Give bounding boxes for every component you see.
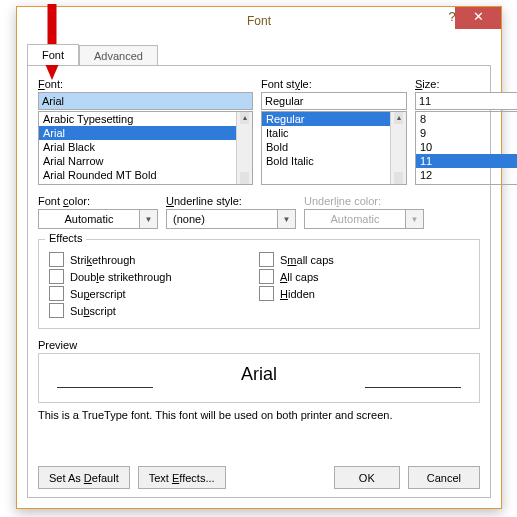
size-input[interactable] — [415, 92, 517, 110]
titlebar: Font ? ✕ — [17, 7, 501, 36]
effects-legend: Effects — [45, 232, 86, 244]
underline-color-label: Underline color: — [304, 195, 424, 207]
font-hint: This is a TrueType font. This font will … — [38, 409, 480, 421]
set-as-default-button[interactable]: Set As Default — [38, 466, 130, 489]
font-tab-panel: Font: Arabic Typesetting Arial Arial Bla… — [27, 66, 491, 498]
text-effects-button[interactable]: Text Effects... — [138, 466, 226, 489]
font-input[interactable] — [38, 92, 253, 110]
font-option[interactable]: Arial Narrow — [39, 154, 237, 168]
subscript-checkbox[interactable]: Subscript — [49, 303, 259, 318]
style-option[interactable]: Bold Italic — [262, 154, 391, 168]
font-option[interactable]: Arabic Typesetting — [39, 112, 237, 126]
size-listbox[interactable]: 8 9 10 11 12 ▴▾ — [415, 111, 517, 185]
scrollbar[interactable]: ▴▾ — [390, 112, 406, 184]
style-listbox[interactable]: Regular Italic Bold Bold Italic ▴▾ — [261, 111, 407, 185]
tab-strip: FontAdvanced — [27, 44, 158, 65]
underline-style-label: Underline style: — [166, 195, 296, 207]
size-option[interactable]: 9 — [416, 126, 517, 140]
strikethrough-checkbox[interactable]: Strikethrough — [49, 252, 259, 267]
preview-box: Arial — [38, 353, 480, 403]
size-label: Size: — [415, 78, 517, 90]
double-strikethrough-checkbox[interactable]: Double strikethrough — [49, 269, 259, 284]
font-color-select[interactable]: Automatic ▼ — [38, 209, 158, 229]
superscript-checkbox[interactable]: Superscript — [49, 286, 259, 301]
chevron-down-icon[interactable]: ▼ — [140, 209, 158, 229]
font-option[interactable]: Arial Black — [39, 140, 237, 154]
preview-label: Preview — [38, 339, 480, 351]
size-option[interactable]: 8 — [416, 112, 517, 126]
font-dialog: Font ? ✕ FontAdvanced Font: Arabic Types… — [16, 6, 502, 509]
size-option[interactable]: 12 — [416, 168, 517, 182]
chevron-down-icon: ▼ — [406, 209, 424, 229]
style-option[interactable]: Bold — [262, 140, 391, 154]
style-label: Font style: — [261, 78, 407, 90]
small-caps-checkbox[interactable]: Small caps — [259, 252, 469, 267]
font-option[interactable]: Arial Rounded MT Bold — [39, 168, 237, 182]
preview-section: Preview Arial This is a TrueType font. T… — [38, 339, 480, 421]
effects-group: Effects Strikethrough Double strikethrou… — [38, 239, 480, 329]
font-listbox[interactable]: Arabic Typesetting Arial Arial Black Ari… — [38, 111, 253, 185]
close-button[interactable]: ✕ — [455, 7, 501, 29]
hidden-checkbox[interactable]: Hidden — [259, 286, 469, 301]
style-option[interactable]: Regular — [262, 112, 391, 126]
underline-style-select[interactable]: (none) ▼ — [166, 209, 296, 229]
chevron-down-icon[interactable]: ▼ — [278, 209, 296, 229]
size-option[interactable]: 10 — [416, 140, 517, 154]
all-caps-checkbox[interactable]: All caps — [259, 269, 469, 284]
scrollbar[interactable]: ▴▾ — [236, 112, 252, 184]
dialog-title: Font — [17, 7, 501, 35]
font-label: Font: — [38, 78, 253, 90]
style-input[interactable] — [261, 92, 407, 110]
tab-advanced[interactable]: Advanced — [79, 45, 158, 66]
style-option[interactable]: Italic — [262, 126, 391, 140]
underline-color-select: Automatic ▼ — [304, 209, 424, 229]
font-color-label: Font color: — [38, 195, 158, 207]
tab-font[interactable]: Font — [27, 44, 79, 65]
font-option[interactable]: Arial — [39, 126, 237, 140]
ok-button[interactable]: OK — [334, 466, 400, 489]
preview-text: Arial — [39, 364, 479, 385]
cancel-button[interactable]: Cancel — [408, 466, 480, 489]
size-option[interactable]: 11 — [416, 154, 517, 168]
